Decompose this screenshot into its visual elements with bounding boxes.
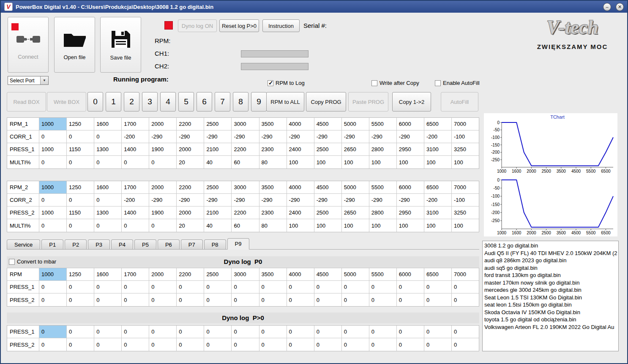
table-cell[interactable]: 3500 — [259, 118, 287, 130]
table-cell[interactable]: -290 — [232, 130, 259, 143]
table-cell[interactable]: 5500 — [369, 268, 397, 280]
table-cell[interactable]: 0 — [424, 281, 452, 293]
table-cell[interactable]: 0 — [342, 281, 369, 293]
table-cell[interactable]: 4500 — [314, 268, 342, 280]
table-cell[interactable]: 80 — [259, 219, 287, 232]
table-cell[interactable]: 1000 — [39, 118, 67, 130]
file-item[interactable]: mercedes gle 300d 245km go digital.bin — [483, 286, 618, 294]
file-item[interactable]: ford transit 130km go digital.bin — [483, 272, 618, 279]
table-cell[interactable]: 0 — [149, 156, 177, 168]
table-cell[interactable]: 0 — [94, 130, 122, 143]
table-cell[interactable]: 4500 — [314, 118, 342, 130]
table-cell[interactable]: 2500 — [204, 118, 232, 130]
table-cell[interactable]: -290 — [204, 194, 232, 206]
file-item[interactable]: seat leon 1.5tsi 150km go digital.bin — [483, 301, 618, 309]
table-cell[interactable]: -290 — [287, 130, 314, 143]
file-item[interactable]: Volkswagen Arteon FL 2.0 190KM 2022 Go D… — [483, 323, 618, 331]
table-cell[interactable]: 1300 — [94, 143, 122, 155]
table-cell[interactable]: 0 — [39, 326, 67, 338]
table-cell[interactable]: 6500 — [424, 181, 452, 193]
table-cell[interactable]: 1000 — [39, 181, 67, 193]
tab-p7[interactable]: P7 — [181, 239, 203, 249]
table-cell[interactable]: 1700 — [122, 268, 149, 280]
table-cell[interactable]: 40 — [204, 156, 232, 168]
table-cell[interactable]: 2500 — [204, 181, 232, 193]
table-cell[interactable]: 5500 — [369, 118, 397, 130]
table-cell[interactable]: 3100 — [424, 143, 452, 155]
table-cell[interactable]: 1700 — [122, 181, 149, 193]
table-cell[interactable]: 1600 — [94, 268, 122, 280]
table-cell[interactable]: 2300 — [259, 206, 287, 219]
table-cell[interactable]: 0 — [122, 156, 149, 168]
program-button-5[interactable]: 5 — [178, 92, 194, 111]
table-cell[interactable]: 0 — [232, 281, 259, 293]
table-cell[interactable]: 4000 — [287, 268, 314, 280]
program-button-2[interactable]: 2 — [124, 92, 139, 111]
instruction-button[interactable]: Instruction — [262, 19, 300, 32]
table-cell[interactable]: 2000 — [177, 206, 204, 219]
table-cell[interactable]: 2950 — [397, 143, 424, 155]
connect-button[interactable]: Connect — [8, 17, 49, 73]
table-cell[interactable]: 0 — [67, 281, 94, 293]
table-cell[interactable]: 2800 — [369, 206, 397, 219]
table-cell[interactable]: 60 — [232, 219, 259, 232]
table-cell[interactable]: 7000 — [452, 118, 479, 130]
table-cell[interactable]: 0 — [122, 338, 149, 351]
table-cell[interactable]: 6000 — [397, 118, 424, 130]
table-cell[interactable]: 1000 — [39, 206, 67, 219]
copy-1-to-2-button[interactable]: Copy 1->2 — [392, 92, 431, 111]
table-cell[interactable]: 0 — [122, 281, 149, 293]
tab-p8[interactable]: P8 — [204, 239, 226, 249]
table-cell[interactable]: -290 — [369, 194, 397, 206]
table-cell[interactable]: 3000 — [232, 118, 259, 130]
table-cell[interactable]: 3100 — [424, 206, 452, 219]
table-cell[interactable]: 2400 — [287, 206, 314, 219]
table-cell[interactable]: 0 — [39, 130, 67, 143]
table-cell[interactable]: 0 — [149, 219, 177, 232]
table-cell[interactable]: 6000 — [397, 181, 424, 193]
table-cell[interactable]: -290 — [177, 194, 204, 206]
file-item[interactable]: toyota 1.5 go digital od obciążenia.bin — [483, 316, 618, 323]
tab-p6[interactable]: P6 — [158, 239, 180, 249]
table-cell[interactable]: 0 — [232, 293, 259, 306]
program-button-3[interactable]: 3 — [142, 92, 158, 111]
table-cell[interactable]: -290 — [369, 130, 397, 143]
table-cell[interactable]: -200 — [122, 194, 149, 206]
table-cell[interactable]: 5000 — [342, 181, 369, 193]
table-cell[interactable]: 2650 — [342, 206, 369, 219]
table-cell[interactable]: 0 — [259, 293, 287, 306]
table-cell[interactable]: 1250 — [67, 181, 94, 193]
table-cell[interactable]: 2200 — [232, 143, 259, 155]
close-button[interactable]: ✕ — [616, 3, 624, 11]
table-cell[interactable]: 2000 — [149, 268, 177, 280]
file-item[interactable]: audi sq5 go digital.bin — [483, 264, 618, 272]
table-cell[interactable]: 0 — [424, 326, 452, 338]
table-cell[interactable]: 5000 — [342, 268, 369, 280]
table-cell[interactable]: 0 — [369, 293, 397, 306]
table-cell[interactable]: 100 — [314, 219, 342, 232]
table-cell[interactable]: 0 — [342, 326, 369, 338]
program-button-4[interactable]: 4 — [160, 92, 176, 111]
table-cell[interactable]: 0 — [342, 338, 369, 351]
write-after-copy-checkbox[interactable]: Write after Copy — [371, 80, 419, 86]
table-cell[interactable]: -290 — [204, 130, 232, 143]
copy-prog-button[interactable]: Copy PROG — [306, 92, 346, 111]
table-cell[interactable]: 20 — [177, 219, 204, 232]
table-cell[interactable]: 100 — [452, 156, 479, 168]
table-cell[interactable]: 0 — [149, 293, 177, 306]
table-cell[interactable]: 0 — [39, 293, 67, 306]
table-cell[interactable]: 1250 — [67, 118, 94, 130]
program-button-6[interactable]: 6 — [197, 92, 212, 111]
table-cell[interactable]: 0 — [122, 293, 149, 306]
table-cell[interactable]: 100 — [287, 219, 314, 232]
table-cell[interactable]: 0 — [67, 326, 94, 338]
table-cell[interactable]: -200 — [424, 194, 452, 206]
enable-autofill-checkbox[interactable]: Enable AutoFill — [435, 80, 480, 86]
file-item[interactable]: Skoda Octavia IV 150KM Go Digital.bin — [483, 309, 618, 316]
table-cell[interactable]: 100 — [452, 219, 479, 232]
table-cell[interactable]: 3250 — [452, 143, 479, 155]
table-cell[interactable]: 0 — [149, 281, 177, 293]
table-cell[interactable]: 100 — [314, 156, 342, 168]
table-cell[interactable]: -290 — [259, 194, 287, 206]
table-cell[interactable]: 100 — [342, 156, 369, 168]
